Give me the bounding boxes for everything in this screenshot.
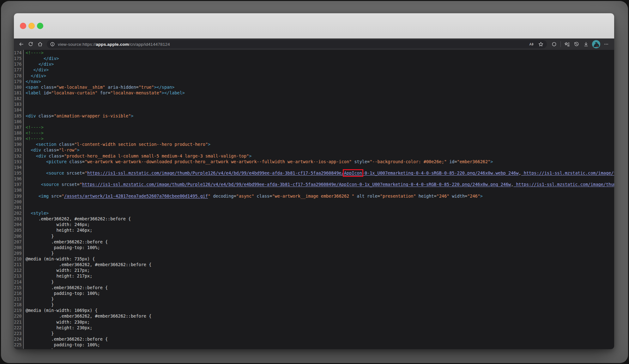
line-content: width: 230px; [23, 319, 90, 325]
syntax-token: </nav> [26, 79, 41, 84]
line-number: 212 [14, 267, 23, 273]
syntax-token: for [98, 90, 108, 95]
minimize-window-button[interactable] [28, 23, 35, 29]
downloads-button[interactable] [581, 40, 591, 49]
back-button[interactable] [16, 40, 26, 49]
line-number: 183 [14, 101, 23, 107]
line-content: <label id="localnav-curtain" for="localn… [23, 90, 185, 96]
line-number: 204 [14, 222, 23, 227]
syntax-token: > [131, 113, 133, 118]
syntax-token: id [41, 90, 49, 95]
line-number: 208 [14, 245, 23, 250]
syntax-token: </div> [26, 62, 54, 67]
line-content: </div> [23, 61, 54, 67]
browser-window: view-source:https://apps.apple.com/cn/ap… [14, 13, 614, 349]
syntax-token: > [480, 194, 483, 199]
page-info-icon[interactable] [50, 41, 55, 47]
line-content: <img src="/assets/artwork/1x1-42817eea7a… [23, 193, 483, 199]
syntax-token: height [416, 194, 434, 199]
line-content [23, 119, 26, 124]
syntax-token: } [26, 302, 54, 307]
line-content: <div class="l-row"> [23, 147, 80, 153]
toolbar-divider [560, 41, 561, 47]
syntax-token: <style> [26, 211, 49, 216]
syntax-token: "ember366262" [457, 159, 491, 164]
source-line: 205 height: 246px; [14, 227, 614, 233]
more-menu-button[interactable] [602, 40, 611, 49]
syntax-token: style [352, 159, 367, 164]
source-link[interactable]: https://is1-ssl.mzstatic.com/image/thumb… [87, 170, 344, 176]
line-number: 182 [14, 96, 23, 101]
syntax-token: = [367, 159, 370, 164]
line-number: 218 [14, 302, 23, 307]
line-number: 213 [14, 273, 23, 279]
syntax-token: width [449, 194, 465, 199]
syntax-token: "we-artwork__image ember366262 " [272, 194, 354, 199]
line-number: 207 [14, 239, 23, 245]
collections-button[interactable] [562, 40, 572, 49]
syntax-token: "localnav-curtain" [51, 90, 97, 95]
screenshot-canvas: view-source:https://apps.apple.com/cn/ap… [0, 0, 629, 364]
syntax-token: = [82, 170, 85, 176]
syntax-token: } [26, 348, 54, 349]
syntax-token: srcset [64, 170, 82, 176]
extensions-button[interactable] [549, 40, 559, 49]
source-line: 209 } [14, 250, 614, 256]
line-number: 189 [14, 136, 23, 141]
line-number: 174 [14, 50, 23, 56]
syntax-token: "async" [236, 194, 254, 199]
line-number: 194 [14, 164, 23, 170]
home-button[interactable] [35, 40, 45, 49]
line-number: 220 [14, 313, 23, 319]
syntax-token: @media (min-width: 1069px) { [26, 308, 98, 313]
source-line: 200 [14, 199, 614, 205]
line-content: } [23, 296, 54, 302]
syntax-token: <source [26, 170, 64, 176]
syntax-token: aria-hidden [105, 85, 136, 90]
close-window-button[interactable] [20, 23, 26, 29]
source-line: 215 .ember366262::before { [14, 285, 614, 290]
syntax-token: alt [354, 194, 365, 199]
source-line: 190 <section class="l-content-width sect… [14, 141, 614, 147]
syntax-token: = [378, 194, 380, 199]
favorite-star-icon [538, 41, 544, 47]
syntax-token: "product-hero__media l-column small-5 me… [64, 153, 249, 158]
source-link[interactable]: https://is1-ssl.mzstatic.com/image/th [521, 170, 614, 176]
line-number: 177 [14, 67, 23, 73]
line-content: <style> [23, 210, 49, 216]
syntax-token: <label [26, 90, 41, 95]
syntax-token: <div [26, 153, 46, 158]
source-line: 223 } [14, 331, 614, 336]
source-link[interactable]: https://is1-ssl.mzstatic.com/image/thumb… [82, 182, 511, 187]
url-domain: apps.apple.com [96, 42, 129, 47]
source-line: 187<!----> [14, 124, 614, 130]
line-number: 211 [14, 262, 23, 267]
read-aloud-button[interactable]: A [527, 40, 536, 49]
line-number: 197 [14, 182, 23, 187]
line-content [23, 96, 26, 101]
history-button[interactable] [572, 40, 581, 49]
appicon-highlight-box[interactable]: AppIcon [344, 170, 362, 176]
zoom-window-button[interactable] [37, 23, 43, 29]
syntax-token: " [62, 194, 64, 199]
syntax-token: <div [26, 147, 41, 152]
favorite-button[interactable] [536, 40, 546, 49]
source-line: 221 width: 230px; [14, 319, 614, 325]
source-link[interactable]: /assets/artwork/1x1-42817eea7ade52607a76… [64, 194, 208, 199]
url-text: view-source:https://apps.apple.com/cn/ap… [58, 42, 170, 47]
syntax-token: > [490, 159, 493, 164]
syntax-token: <!----> [26, 136, 44, 141]
refresh-button[interactable] [26, 40, 35, 49]
source-line: 174<!----> [14, 50, 614, 56]
source-link[interactable]: -0-1x_U007emarketing-0-4-0-sRGB-0-85-220… [362, 170, 519, 176]
source-line: 192 <div class="product-hero__media l-co… [14, 153, 614, 159]
source-line: 183 [14, 101, 614, 107]
line-content: .ember366262, #ember366262::before { [23, 313, 151, 319]
source-line: 197 <source srcset="https://is1-ssl.mzst… [14, 182, 614, 187]
line-number: 198 [14, 187, 23, 193]
line-content [23, 164, 26, 170]
profile-avatar[interactable] [592, 40, 600, 48]
line-content: height: 217px; [23, 273, 92, 279]
address-bar[interactable]: view-source:https://apps.apple.com/cn/ap… [47, 40, 547, 48]
source-link[interactable]: https://is1-ssl.mzstatic.com/image/thumb [513, 182, 614, 187]
